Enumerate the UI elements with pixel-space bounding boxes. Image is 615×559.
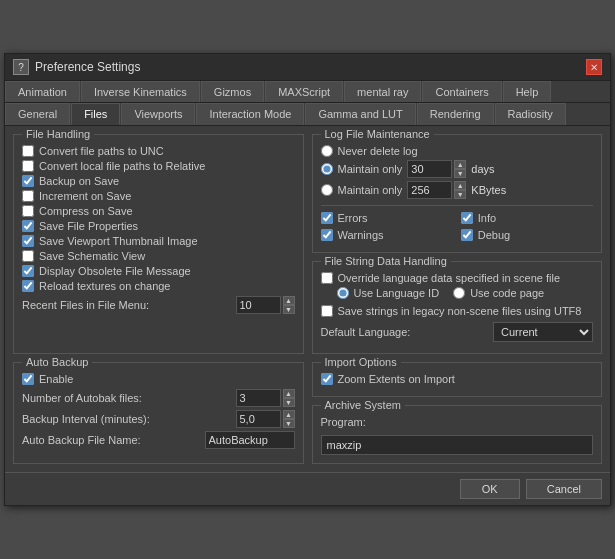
info-label[interactable]: Info [478, 212, 496, 224]
recent-files-spin: 10 ▲ ▼ [236, 296, 295, 314]
recent-files-input[interactable]: 10 [236, 296, 281, 314]
maintain-days-input[interactable]: 30 [407, 160, 452, 178]
maintain-days-label1[interactable]: Maintain only [338, 163, 403, 175]
use-lang-id-row: Use Language ID [337, 287, 440, 299]
tab-rendering[interactable]: Rendering [417, 103, 494, 125]
tab-general[interactable]: General [5, 103, 70, 125]
num-autobak-down[interactable]: ▼ [283, 398, 295, 407]
cancel-button[interactable]: Cancel [526, 479, 602, 499]
enable-backup-checkbox[interactable] [22, 373, 34, 385]
display-obsolete-label[interactable]: Display Obsolete File Message [39, 265, 191, 277]
maintain-kb-down[interactable]: ▼ [454, 190, 466, 199]
maintain-days-up[interactable]: ▲ [454, 160, 466, 169]
save-strings-label[interactable]: Save strings in legacy non-scene files u… [338, 305, 582, 317]
debug-checkbox[interactable] [461, 229, 473, 241]
num-autobak-input[interactable]: 3 [236, 389, 281, 407]
tab-mental-ray[interactable]: mental ray [344, 81, 421, 102]
warnings-checkbox[interactable] [321, 229, 333, 241]
maintain-days-spinner: ▲ ▼ [454, 160, 466, 178]
tab-gamma-lut[interactable]: Gamma and LUT [305, 103, 415, 125]
increment-save-label[interactable]: Increment on Save [39, 190, 131, 202]
close-button[interactable]: ✕ [586, 59, 602, 75]
debug-row: Debug [461, 229, 593, 241]
tab-maxscript[interactable]: MAXScript [265, 81, 343, 102]
save-thumbnail-checkbox[interactable] [22, 235, 34, 247]
help-icon[interactable]: ? [13, 59, 29, 75]
filename-input[interactable]: AutoBackup [205, 431, 295, 449]
warnings-label[interactable]: Warnings [338, 229, 384, 241]
default-lang-select[interactable]: Current [493, 322, 593, 342]
increment-save-row: Increment on Save [22, 190, 295, 202]
tab-viewports[interactable]: Viewports [121, 103, 195, 125]
interval-down[interactable]: ▼ [283, 419, 295, 428]
tab-interaction-mode[interactable]: Interaction Mode [196, 103, 304, 125]
maintain-kb-up[interactable]: ▲ [454, 181, 466, 190]
zoom-extents-label[interactable]: Zoom Extents on Import [338, 373, 455, 385]
convert-unc-label[interactable]: Convert file paths to UNC [39, 145, 164, 157]
log-file-group: Log File Maintenance Never delete log Ma… [312, 134, 603, 253]
override-lang-label[interactable]: Override language data specified in scen… [338, 272, 561, 284]
save-props-row: Save File Properties [22, 220, 295, 232]
num-autobak-up[interactable]: ▲ [283, 389, 295, 398]
tab-radiosity[interactable]: Radiosity [495, 103, 566, 125]
convert-relative-label[interactable]: Convert local file paths to Relative [39, 160, 205, 172]
compress-save-checkbox[interactable] [22, 205, 34, 217]
increment-save-checkbox[interactable] [22, 190, 34, 202]
zoom-extents-checkbox[interactable] [321, 373, 333, 385]
backup-save-label[interactable]: Backup on Save [39, 175, 119, 187]
ok-button[interactable]: OK [460, 479, 520, 499]
use-code-page-label[interactable]: Use code page [470, 287, 544, 299]
tab-containers[interactable]: Containers [422, 81, 501, 102]
backup-save-checkbox[interactable] [22, 175, 34, 187]
maintain-kb-input[interactable]: 256 [407, 181, 452, 199]
tab-gizmos[interactable]: Gizmos [201, 81, 264, 102]
save-props-checkbox[interactable] [22, 220, 34, 232]
errors-row: Errors [321, 212, 453, 224]
reload-textures-checkbox[interactable] [22, 280, 34, 292]
maintain-kb-radio[interactable] [321, 184, 333, 196]
use-code-page-row: Use code page [453, 287, 544, 299]
interval-input[interactable]: 5,0 [236, 410, 281, 428]
never-delete-radio[interactable] [321, 145, 333, 157]
convert-relative-checkbox[interactable] [22, 160, 34, 172]
save-thumbnail-row: Save Viewport Thumbnail Image [22, 235, 295, 247]
maintain-days-down[interactable]: ▼ [454, 169, 466, 178]
info-checkbox[interactable] [461, 212, 473, 224]
tab-files[interactable]: Files [71, 103, 120, 125]
maintain-kb-label2[interactable]: Maintain only [338, 184, 403, 196]
save-props-label[interactable]: Save File Properties [39, 220, 138, 232]
interval-up[interactable]: ▲ [283, 410, 295, 419]
errors-label[interactable]: Errors [338, 212, 368, 224]
filename-label: Auto Backup File Name: [22, 434, 141, 446]
display-obsolete-checkbox[interactable] [22, 265, 34, 277]
file-handling-content: Convert file paths to UNC Convert local … [22, 145, 295, 314]
never-delete-label[interactable]: Never delete log [338, 145, 418, 157]
errors-checkbox[interactable] [321, 212, 333, 224]
tab-animation[interactable]: Animation [5, 81, 80, 102]
convert-unc-checkbox[interactable] [22, 145, 34, 157]
interval-spinner: ▲ ▼ [283, 410, 295, 428]
preference-dialog: ? Preference Settings ✕ Animation Invers… [4, 53, 611, 506]
use-lang-id-label[interactable]: Use Language ID [354, 287, 440, 299]
save-schematic-label[interactable]: Save Schematic View [39, 250, 145, 262]
override-lang-checkbox[interactable] [321, 272, 333, 284]
log-checkboxes: Errors Info Warnings Debug [321, 212, 594, 244]
program-input[interactable]: maxzip [321, 435, 594, 455]
save-strings-checkbox[interactable] [321, 305, 333, 317]
zoom-extents-row: Zoom Extents on Import [321, 373, 594, 385]
lang-radio-group: Use Language ID Use code page [337, 287, 594, 302]
use-code-page-radio[interactable] [453, 287, 465, 299]
maintain-days-radio[interactable] [321, 163, 333, 175]
save-schematic-checkbox[interactable] [22, 250, 34, 262]
tab-inverse-kinematics[interactable]: Inverse Kinematics [81, 81, 200, 102]
save-thumbnail-label[interactable]: Save Viewport Thumbnail Image [39, 235, 198, 247]
reload-textures-label[interactable]: Reload textures on change [39, 280, 170, 292]
use-lang-id-radio[interactable] [337, 287, 349, 299]
enable-backup-label[interactable]: Enable [39, 373, 73, 385]
debug-label[interactable]: Debug [478, 229, 510, 241]
tab-help[interactable]: Help [503, 81, 552, 102]
maintain-days-row: Maintain only 30 ▲ ▼ days [321, 160, 594, 178]
recent-files-up[interactable]: ▲ [283, 296, 295, 305]
compress-save-label[interactable]: Compress on Save [39, 205, 133, 217]
recent-files-down[interactable]: ▼ [283, 305, 295, 314]
